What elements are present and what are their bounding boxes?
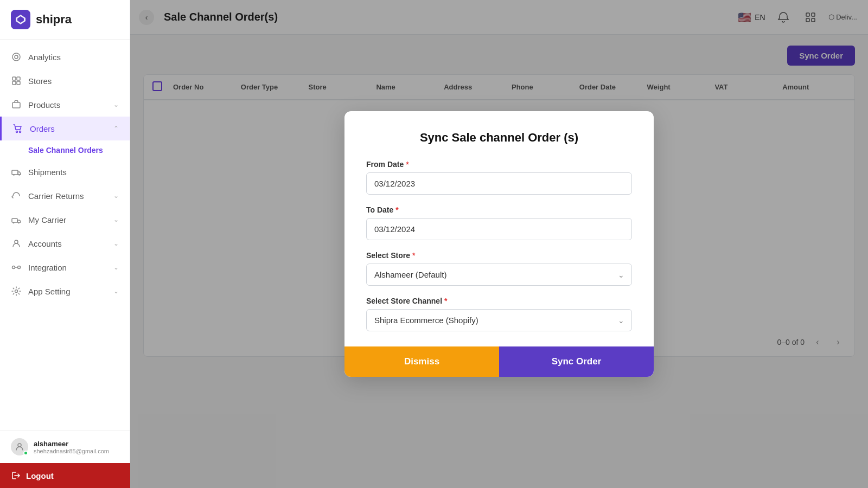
main-content: ‹ Sale Channel Order(s) 🇺🇸 EN ⬡ Deliv...… bbox=[130, 0, 868, 488]
svg-point-3 bbox=[15, 55, 18, 59]
dismiss-button[interactable]: Dismiss bbox=[344, 346, 499, 377]
stores-icon bbox=[11, 75, 22, 86]
sidebar-nav: Analytics Stores Products ⌄ Orders ⌃ Sal bbox=[0, 40, 130, 430]
carrier-returns-icon bbox=[11, 190, 22, 201]
svg-point-21 bbox=[18, 444, 21, 447]
select-channel-required: * bbox=[444, 297, 447, 305]
modal-title: Sync Sale channel Order (s) bbox=[366, 131, 632, 145]
sidebar-item-shipments[interactable]: Shipments bbox=[0, 160, 130, 184]
sidebar-item-carrier-returns-label: Carrier Returns bbox=[28, 191, 84, 201]
integration-icon bbox=[11, 262, 22, 273]
orders-chevron: ⌃ bbox=[113, 125, 119, 132]
svg-point-19 bbox=[18, 266, 21, 269]
user-info: alshameer shehzadnasir85@gmail.com bbox=[34, 440, 119, 454]
products-chevron: ⌄ bbox=[113, 101, 119, 108]
svg-point-17 bbox=[15, 240, 18, 243]
svg-rect-11 bbox=[12, 170, 18, 175]
my-carrier-chevron: ⌄ bbox=[113, 216, 119, 223]
shipments-icon bbox=[11, 166, 22, 177]
select-channel-wrap: Shipra Ecommerce (Shopify) ⌄ bbox=[366, 309, 632, 331]
svg-point-10 bbox=[20, 131, 21, 133]
sidebar-item-carrier-returns[interactable]: Carrier Returns ⌄ bbox=[0, 184, 130, 208]
sidebar-item-accounts[interactable]: Accounts ⌄ bbox=[0, 232, 130, 255]
user-avatar bbox=[11, 438, 28, 455]
app-name: shipra bbox=[36, 12, 72, 27]
app-logo-icon bbox=[11, 10, 30, 29]
orders-icon bbox=[12, 123, 23, 134]
to-date-input[interactable] bbox=[366, 218, 632, 240]
from-date-required: * bbox=[406, 160, 409, 169]
svg-point-9 bbox=[16, 131, 18, 133]
from-date-group: From Date * bbox=[366, 160, 632, 195]
logout-button[interactable]: Logout bbox=[0, 463, 130, 488]
sidebar-item-analytics-label: Analytics bbox=[28, 53, 61, 62]
svg-rect-14 bbox=[12, 219, 17, 222]
sidebar-item-integration[interactable]: Integration ⌄ bbox=[0, 255, 130, 279]
sidebar-item-integration-label: Integration bbox=[28, 263, 67, 272]
select-channel-group: Select Store Channel * Shipra Ecommerce … bbox=[366, 297, 632, 331]
select-store-dropdown[interactable]: Alshameer (Default) bbox=[366, 264, 632, 286]
user-name: alshameer bbox=[34, 440, 119, 448]
sidebar-item-my-carrier-label: My Carrier bbox=[28, 215, 66, 224]
sidebar-item-shipments-label: Shipments bbox=[28, 168, 67, 177]
sync-modal: Sync Sale channel Order (s) From Date * … bbox=[344, 111, 654, 377]
sidebar: shipra Analytics Stores Products ⌄ bbox=[0, 0, 130, 488]
from-date-input[interactable] bbox=[366, 172, 632, 195]
svg-point-15 bbox=[13, 222, 14, 223]
sidebar-item-stores[interactable]: Stores bbox=[0, 69, 130, 93]
svg-rect-6 bbox=[12, 81, 16, 85]
svg-point-18 bbox=[12, 266, 15, 269]
select-channel-dropdown[interactable]: Shipra Ecommerce (Shopify) bbox=[366, 309, 632, 331]
my-carrier-icon bbox=[11, 214, 22, 225]
integration-chevron: ⌄ bbox=[113, 264, 119, 271]
logout-label: Logout bbox=[26, 471, 54, 480]
carrier-returns-chevron: ⌄ bbox=[113, 192, 119, 200]
sidebar-item-products[interactable]: Products ⌄ bbox=[0, 93, 130, 117]
select-store-required: * bbox=[412, 251, 415, 260]
app-setting-icon bbox=[11, 286, 22, 297]
select-store-group: Select Store * Alshameer (Default) ⌄ bbox=[366, 251, 632, 286]
to-date-group: To Date * bbox=[366, 206, 632, 240]
select-channel-label: Select Store Channel * bbox=[366, 297, 632, 305]
modal-sync-button[interactable]: Sync Order bbox=[499, 346, 654, 377]
accounts-icon bbox=[11, 238, 22, 249]
sidebar-sub-sale-channel-orders[interactable]: Sale Channel Orders bbox=[0, 140, 130, 160]
products-icon bbox=[11, 99, 22, 110]
modal-overlay: Sync Sale channel Order (s) From Date * … bbox=[130, 0, 868, 488]
svg-rect-8 bbox=[12, 102, 20, 108]
sidebar-item-products-label: Products bbox=[28, 100, 60, 110]
app-setting-chevron: ⌄ bbox=[113, 287, 119, 295]
user-email: shehzadnasir85@gmail.com bbox=[34, 448, 119, 454]
sidebar-sub-sale-channel-orders-label: Sale Channel Orders bbox=[28, 146, 103, 155]
svg-point-20 bbox=[15, 290, 18, 293]
select-store-label: Select Store * bbox=[366, 251, 632, 260]
sidebar-logo: shipra bbox=[0, 0, 130, 40]
select-store-wrap: Alshameer (Default) ⌄ bbox=[366, 264, 632, 286]
sidebar-item-app-setting[interactable]: App Setting ⌄ bbox=[0, 279, 130, 303]
svg-rect-7 bbox=[17, 81, 20, 85]
to-date-label: To Date * bbox=[366, 206, 632, 214]
sidebar-item-my-carrier[interactable]: My Carrier ⌄ bbox=[0, 208, 130, 232]
sidebar-item-orders[interactable]: Orders ⌃ bbox=[0, 117, 130, 140]
sidebar-user: alshameer shehzadnasir85@gmail.com bbox=[0, 430, 130, 463]
svg-point-2 bbox=[12, 53, 20, 61]
user-online-indicator bbox=[23, 451, 28, 455]
sidebar-item-app-setting-label: App Setting bbox=[28, 287, 71, 296]
modal-footer: Dismiss Sync Order bbox=[344, 346, 654, 377]
svg-rect-4 bbox=[12, 77, 16, 80]
sidebar-item-analytics[interactable]: Analytics bbox=[0, 45, 130, 69]
to-date-required: * bbox=[395, 206, 398, 214]
from-date-label: From Date * bbox=[366, 160, 632, 169]
analytics-icon bbox=[11, 52, 22, 62]
sidebar-item-stores-label: Stores bbox=[28, 76, 52, 86]
sidebar-item-orders-label: Orders bbox=[30, 124, 55, 133]
svg-rect-5 bbox=[17, 77, 20, 80]
accounts-chevron: ⌄ bbox=[113, 240, 119, 247]
svg-point-16 bbox=[18, 222, 20, 223]
sidebar-item-accounts-label: Accounts bbox=[28, 239, 62, 248]
